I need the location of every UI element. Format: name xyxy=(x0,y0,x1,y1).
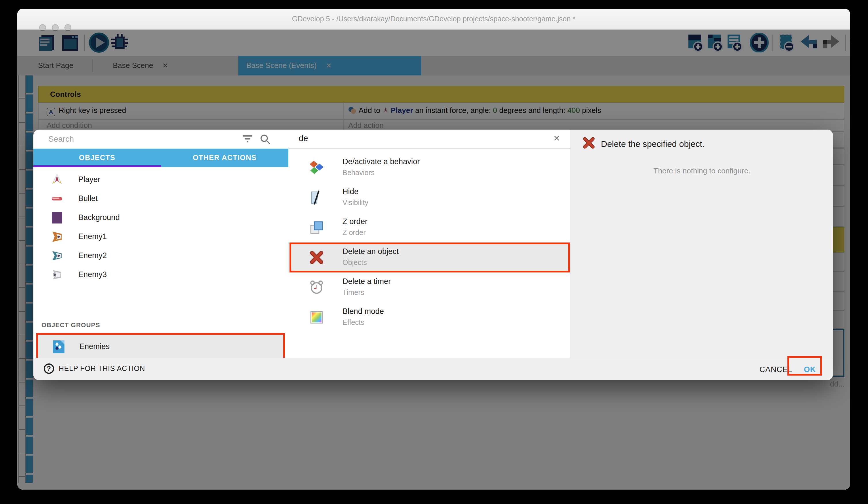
action-detail-panel: Delete the specified object. There is no… xyxy=(571,130,833,358)
group-label: Enemies xyxy=(80,342,110,351)
tab-label: OTHER ACTIONS xyxy=(193,154,257,162)
object-panel-tabs: OBJECTS OTHER ACTIONS xyxy=(33,149,288,167)
tab-other-actions[interactable]: OTHER ACTIONS xyxy=(161,149,288,167)
object-groups-header: OBJECT GROUPS xyxy=(41,321,100,328)
search-icon[interactable] xyxy=(260,134,270,144)
object-list: Player Bullet Background Enemy1 Enemy2 xyxy=(33,167,288,358)
object-label: Player xyxy=(78,175,101,184)
list-item-enemy3[interactable]: Enemy3 xyxy=(33,265,288,284)
object-label: Enemy1 xyxy=(78,232,107,241)
help-label: HELP FOR THIS ACTION xyxy=(59,365,145,373)
object-label: Enemy3 xyxy=(78,270,107,279)
list-item-enemy2[interactable]: Enemy2 xyxy=(33,246,288,265)
background-object-icon xyxy=(51,211,63,224)
hide-action-icon xyxy=(309,190,324,205)
action-title: De/activate a behavior xyxy=(342,157,420,166)
selected-action-annotation xyxy=(290,242,570,272)
enemy1-object-icon xyxy=(51,230,63,243)
list-item-player[interactable]: Player xyxy=(33,171,288,190)
enemy2-object-icon xyxy=(51,249,63,262)
player-object-icon xyxy=(51,173,63,186)
enemies-group-icon xyxy=(52,340,66,354)
enemy3-object-icon xyxy=(51,269,63,281)
action-subtitle: Timers xyxy=(342,289,364,296)
action-title: Z order xyxy=(342,217,368,226)
action-list-panel: de ✕ De/activate a behavior Behaviors Hi… xyxy=(288,130,571,358)
object-selector-panel: Search OBJECTS OTHER ACTI xyxy=(33,130,288,358)
action-detail-body: There is nothing to configure. xyxy=(571,167,833,175)
action-search-value: de xyxy=(299,134,308,143)
action-detail-title: Delete the specified object. xyxy=(601,139,704,149)
object-label: Bullet xyxy=(78,194,98,203)
action-item-z-order[interactable]: Z order Z order xyxy=(288,213,570,242)
action-title: Delete a timer xyxy=(342,277,391,286)
action-item-delete-timer[interactable]: Delete a timer Timers xyxy=(288,272,570,302)
action-search-field[interactable]: de ✕ xyxy=(288,130,570,149)
list-item-enemies-group[interactable]: Enemies xyxy=(36,333,285,360)
action-title: Blend mode xyxy=(342,307,384,316)
help-icon: ? xyxy=(44,363,54,374)
tab-objects[interactable]: OBJECTS xyxy=(33,149,161,167)
list-item-background[interactable]: Background xyxy=(33,209,288,228)
object-search-placeholder: Search xyxy=(48,134,74,143)
blend-mode-action-icon xyxy=(309,310,324,325)
bullet-object-icon xyxy=(51,192,63,205)
screen: GDevelop 5 - /Users/dkarakay/Documents/G… xyxy=(0,0,868,504)
action-item-deactivate-behavior[interactable]: De/activate a behavior Behaviors xyxy=(288,153,570,183)
list-item-enemy1[interactable]: Enemy1 xyxy=(33,228,288,246)
action-item-blend-mode[interactable]: Blend mode Effects xyxy=(288,302,570,332)
list-item-bullet[interactable]: Bullet xyxy=(33,190,288,209)
action-item-hide[interactable]: Hide Visibility xyxy=(288,183,570,213)
delete-object-icon xyxy=(582,137,595,149)
tab-label: OBJECTS xyxy=(79,154,115,162)
ok-button-annotation xyxy=(787,356,822,375)
clear-search-icon[interactable]: ✕ xyxy=(554,134,560,143)
action-subtitle: Behaviors xyxy=(342,169,374,177)
action-editor-dialog: Search OBJECTS OTHER ACTI xyxy=(33,130,833,380)
delete-timer-action-icon xyxy=(309,280,324,295)
object-search-bar[interactable]: Search xyxy=(33,130,288,149)
help-for-this-action-button[interactable]: ? HELP FOR THIS ACTION xyxy=(44,363,145,374)
action-subtitle: Visibility xyxy=(342,199,368,207)
object-label: Enemy2 xyxy=(78,251,107,260)
action-title: Hide xyxy=(342,187,359,196)
window-title: GDevelop 5 - /Users/dkarakay/Documents/G… xyxy=(17,9,850,30)
behavior-action-icon xyxy=(309,160,324,175)
z-order-action-icon xyxy=(309,220,324,235)
filter-icon[interactable] xyxy=(243,135,253,143)
object-label: Background xyxy=(78,213,120,222)
dialog-footer: ? HELP FOR THIS ACTION CANCEL OK xyxy=(33,358,833,380)
title-bar: GDevelop 5 - /Users/dkarakay/Documents/G… xyxy=(17,9,850,30)
action-subtitle: Effects xyxy=(342,319,364,326)
action-subtitle: Z order xyxy=(342,229,366,237)
